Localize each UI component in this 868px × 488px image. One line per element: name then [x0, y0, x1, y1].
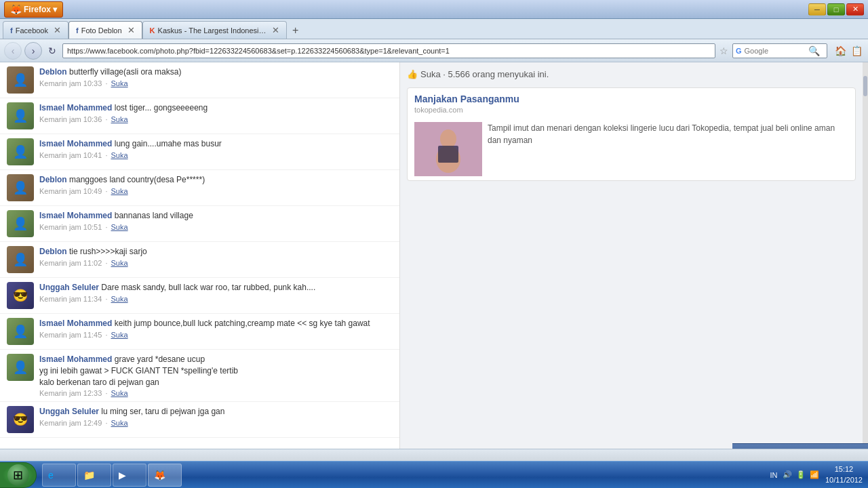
- like-button[interactable]: Suka: [111, 295, 128, 303]
- taskbar-media[interactable]: ▶: [113, 464, 146, 487]
- like-button[interactable]: Suka: [111, 331, 128, 339]
- firefox-btn-label: Firefox ▾: [24, 5, 57, 14]
- comment-author[interactable]: Deblon: [39, 175, 67, 184]
- comment-item: 👤 Deblon tie rush>>>>kaji sarjo Kemarin …: [0, 242, 399, 278]
- tab-title-facebook: Facebook: [16, 26, 48, 35]
- close-button[interactable]: ✕: [846, 3, 864, 16]
- start-button[interactable]: ⊞: [0, 462, 37, 488]
- comment-body: Deblon butterfly village(asli ora maksa)…: [39, 66, 393, 87]
- tab-foto-deblon[interactable]: f Foto Deblon ✕: [68, 21, 142, 39]
- clock-time: 15:12: [825, 464, 863, 474]
- tab-close-foto-deblon[interactable]: ✕: [127, 26, 135, 35]
- scrollbar-thumb: [863, 76, 867, 96]
- comment-author[interactable]: Unggah Seluler: [39, 283, 99, 292]
- comment-content: Deblon manggoes land country(desa Pe****…: [39, 175, 205, 184]
- taskbar-explorer[interactable]: 📁: [77, 464, 111, 487]
- tab-kaskus[interactable]: K Kaskus - The Largest Indonesian Com...…: [142, 21, 287, 39]
- comment-body: Unggah Seluler lu ming ser, taru di pejw…: [39, 406, 393, 427]
- avatar: 👤: [7, 210, 34, 237]
- minimize-button[interactable]: ─: [808, 3, 826, 16]
- forward-button[interactable]: ›: [24, 42, 42, 60]
- comment-author[interactable]: Unggah Seluler: [39, 407, 99, 416]
- like-button[interactable]: Suka: [111, 151, 128, 159]
- bookmark-button[interactable]: 📋: [849, 43, 864, 58]
- comment-author[interactable]: Ismael Mohammed: [39, 103, 112, 113]
- separator: ·: [105, 419, 107, 427]
- separator: ·: [105, 389, 107, 397]
- separator: ·: [105, 259, 107, 267]
- like-button[interactable]: Suka: [111, 389, 128, 397]
- navigation-bar: ‹ › ↻ ☆ G 🔍 🏠 📋: [0, 39, 868, 62]
- avatar-image: 👤: [7, 138, 34, 165]
- search-go-button[interactable]: 🔍: [806, 45, 823, 56]
- separator: ·: [105, 115, 107, 123]
- address-bar[interactable]: [62, 43, 715, 58]
- avatar: 😎: [7, 282, 34, 309]
- bookmark-star-icon[interactable]: ☆: [719, 45, 728, 56]
- search-input[interactable]: [745, 47, 806, 55]
- back-button[interactable]: ‹: [4, 42, 22, 60]
- separator: ·: [105, 151, 107, 159]
- like-button[interactable]: Suka: [111, 259, 128, 267]
- like-button[interactable]: Suka: [111, 419, 128, 427]
- like-button[interactable]: Suka: [111, 187, 128, 195]
- tab-close-kaskus[interactable]: ✕: [272, 26, 279, 35]
- taskbar-system-tray: IN 🔊 🔋 📶 15:12 10/11/2012: [763, 464, 868, 485]
- comment-author[interactable]: Ismael Mohammed: [39, 319, 112, 328]
- start-orb-icon: ⊞: [7, 464, 29, 486]
- like-button[interactable]: Suka: [111, 223, 128, 231]
- comment-content: Ismael Mohammed bannanas land village: [39, 211, 193, 220]
- comment-author[interactable]: Deblon: [39, 67, 67, 77]
- comment-content: Unggah Seluler lu ming ser, taru di pejw…: [39, 407, 224, 416]
- maximize-button[interactable]: □: [827, 3, 845, 16]
- system-tray: IN 🔊 🔋 📶: [768, 470, 820, 481]
- signal-icon: 📶: [809, 470, 820, 481]
- separator: ·: [105, 79, 107, 87]
- comment-body: Ismael Mohammed grave yard *desane ucupy…: [39, 354, 393, 397]
- avatar: 👤: [7, 102, 34, 129]
- system-clock[interactable]: 15:12 10/11/2012: [825, 464, 863, 485]
- comment-author[interactable]: Ismael Mohammed: [39, 211, 112, 220]
- comment-time: Kemarin jam 10:51: [39, 223, 102, 231]
- like-button[interactable]: Suka: [111, 79, 128, 87]
- advertisement-card[interactable]: Manjakan Pasanganmu tokopedia.com Tampil…: [407, 87, 856, 181]
- ad-image-svg: [414, 122, 482, 176]
- avatar-image: 👤: [7, 66, 34, 94]
- avatar: 👤: [7, 354, 34, 381]
- new-tab-button[interactable]: +: [287, 22, 304, 39]
- comment-time: Kemarin jam 10:36: [39, 115, 102, 123]
- avatar: 👤: [7, 246, 34, 273]
- like-button[interactable]: Suka: [111, 115, 128, 123]
- comment-author[interactable]: Deblon: [39, 247, 67, 256]
- taskbar-ie[interactable]: e: [42, 464, 76, 487]
- firefox-logo-icon: 🦊: [10, 4, 22, 15]
- comment-time: Kemarin jam 12:33: [39, 389, 102, 397]
- page-content: 👤 Deblon butterfly village(asli ora maks…: [0, 62, 868, 461]
- tab-close-facebook[interactable]: ✕: [54, 26, 61, 35]
- comment-content: Deblon tie rush>>>>kaji sarjo: [39, 247, 147, 256]
- firefox-menu-button[interactable]: 🦊 Firefox ▾: [4, 1, 63, 18]
- avatar-image: 👤: [7, 246, 34, 273]
- folder-icon: 📁: [83, 470, 95, 481]
- home-button[interactable]: 🏠: [833, 43, 848, 58]
- search-engine-icon: G: [733, 47, 745, 55]
- separator: ·: [105, 187, 107, 195]
- comment-meta: Kemarin jam 10:49 · Suka: [39, 187, 393, 195]
- comment-author[interactable]: Ismael Mohammed: [39, 354, 112, 364]
- comment-author[interactable]: Ismael Mohammed: [39, 139, 112, 148]
- comment-body: Ismael Mohammed lost tiger... gongseeeee…: [39, 102, 393, 123]
- tab-facebook[interactable]: f Facebook ✕: [3, 21, 68, 39]
- comment-time: Kemarin jam 10:49: [39, 187, 102, 195]
- refresh-button[interactable]: ↻: [45, 43, 60, 58]
- likes-count: 👍 Suka · 5.566 orang menyukai ini.: [407, 69, 856, 79]
- right-sidebar: 👍 Suka · 5.566 orang menyukai ini. Manja…: [400, 62, 863, 461]
- comment-time: Kemarin jam 11:02: [39, 259, 102, 267]
- comment-meta: Kemarin jam 10:41 · Suka: [39, 151, 393, 159]
- taskbar-firefox[interactable]: 🦊: [148, 464, 182, 487]
- comment-content: Ismael Mohammed lost tiger... gongseeeee…: [39, 103, 208, 113]
- comment-body: Unggah Seluler Dare mask sandy, bull lac…: [39, 282, 393, 303]
- ad-image: [414, 122, 482, 176]
- sidebar-scrollbar[interactable]: [863, 62, 868, 461]
- comment-content: Ismael Mohammed grave yard *desane ucupy…: [39, 354, 238, 387]
- comment-meta: Kemarin jam 11:34 · Suka: [39, 295, 393, 303]
